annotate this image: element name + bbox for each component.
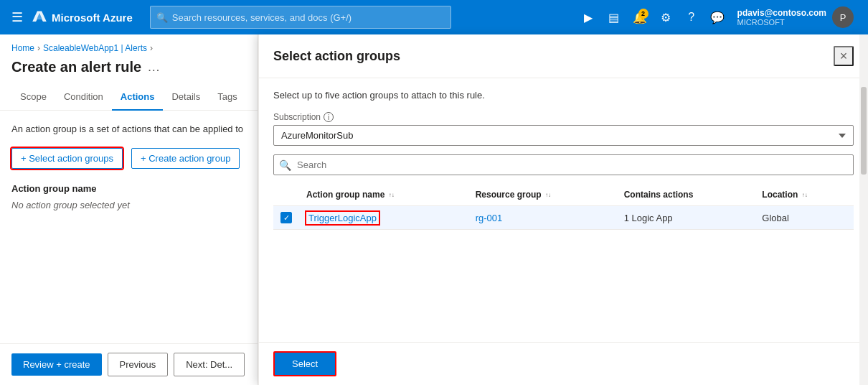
dialog-body: Select up to five action groups to attac…: [259, 78, 868, 342]
resource-group-link[interactable]: rg-001: [476, 213, 503, 223]
bottom-bar: Review + create Previous Next: Det...: [0, 343, 258, 385]
row-checkbox-checked: ✓: [280, 212, 292, 223]
review-create-button[interactable]: Review + create: [11, 353, 102, 376]
th-action-group-name: Action group name ↑↓: [299, 184, 468, 206]
dialog-title: Select action groups: [273, 49, 400, 64]
breadcrumb: Home › ScaleableWebApp1 | Alerts ›: [0, 34, 258, 56]
action-groups-table: Action group name ↑↓ Resource group ↑↓ C…: [273, 184, 854, 230]
th-location: Location ↑↓: [755, 184, 854, 206]
user-tenant: MICROSOFT: [737, 18, 826, 27]
notifications-icon[interactable]: 🔔 2: [628, 6, 651, 29]
page-title-row: Create an alert rule …: [0, 56, 258, 84]
row-contains-actions-cell: 1 Logic App: [617, 206, 755, 230]
th-contains-actions: Contains actions: [617, 184, 755, 206]
azure-icon: [32, 9, 47, 25]
info-text: An action group is a set of actions that…: [11, 122, 246, 136]
settings-icon[interactable]: ⚙: [654, 6, 677, 29]
action-buttons-row: + Select action groups + Create action g…: [11, 148, 246, 169]
feedback-icon[interactable]: 💬: [706, 6, 729, 29]
tab-condition[interactable]: Condition: [55, 84, 112, 111]
table-header-row: Action group name ↑↓ Resource group ↑↓ C…: [273, 184, 854, 206]
breadcrumb-home[interactable]: Home: [11, 43, 34, 53]
search-icon: 🔍: [279, 159, 291, 171]
more-options-icon[interactable]: …: [147, 60, 160, 75]
azure-logo: Microsoft Azure: [32, 9, 133, 25]
select-action-groups-dialog: Select action groups × Select up to five…: [258, 34, 868, 385]
dialog-header: Select action groups ×: [259, 34, 868, 78]
page-title: Create an alert rule: [11, 59, 141, 75]
no-selection-text: No action group selected yet: [11, 200, 246, 210]
dialog-subtitle: Select up to five action groups to attac…: [273, 90, 854, 101]
sort-arrows-loc[interactable]: ↑↓: [802, 192, 808, 198]
user-avatar: P: [832, 6, 854, 28]
directory-icon[interactable]: ▤: [603, 6, 626, 29]
dialog-scrollbar-thumb: [861, 87, 867, 175]
nav-icons-group: ▶ ▤ 🔔 2 ⚙ ? 💬 pdavis@contoso.com MICROSO…: [577, 6, 859, 29]
row-resource-group-cell: rg-001: [468, 206, 617, 230]
previous-button[interactable]: Previous: [108, 353, 169, 376]
actions-tab-content: An action group is a set of actions that…: [0, 111, 258, 343]
dialog-close-button[interactable]: ×: [834, 46, 854, 66]
tabs-bar: Scope Condition Actions Details Tags: [0, 84, 258, 111]
user-menu[interactable]: pdavis@contoso.com MICROSOFT P: [732, 6, 859, 28]
sort-arrows-name[interactable]: ↑↓: [389, 192, 395, 198]
row-location-cell: Global: [755, 206, 854, 230]
breadcrumb-resource[interactable]: ScaleableWebApp1 | Alerts: [43, 43, 147, 53]
row-checkbox-cell[interactable]: ✓: [273, 206, 299, 230]
main-layout: Home › ScaleableWebApp1 | Alerts › Creat…: [0, 34, 868, 385]
subscription-info-icon[interactable]: i: [324, 112, 334, 122]
th-resource-group: Resource group ↑↓: [468, 184, 617, 206]
dialog-footer: Select: [259, 342, 868, 385]
subscription-label: Subscription i: [273, 112, 854, 122]
azure-logo-text: Microsoft Azure: [52, 11, 133, 24]
sort-arrows-rg[interactable]: ↑↓: [545, 192, 551, 198]
top-navigation: ☰ Microsoft Azure 🔍 ▶ ▤ 🔔 2 ⚙ ? 💬 pdavis…: [0, 0, 868, 34]
left-panel: Home › ScaleableWebApp1 | Alerts › Creat…: [0, 34, 258, 385]
tab-tags[interactable]: Tags: [209, 84, 245, 111]
dialog-scrollbar[interactable]: [859, 34, 868, 385]
search-wrapper: 🔍: [273, 154, 854, 175]
global-search-bar[interactable]: 🔍: [150, 6, 451, 29]
subscription-dropdown[interactable]: AzureMonitorSub: [273, 125, 854, 146]
breadcrumb-sep2: ›: [150, 43, 153, 53]
breadcrumb-sep1: ›: [37, 43, 40, 53]
select-action-groups-button[interactable]: + Select action groups: [11, 148, 123, 169]
cloud-shell-icon[interactable]: ▶: [577, 6, 600, 29]
search-icon: 🔍: [156, 12, 168, 23]
tab-scope[interactable]: Scope: [11, 84, 55, 111]
create-action-group-button[interactable]: + Create action group: [131, 148, 240, 169]
user-email: pdavis@contoso.com: [737, 8, 826, 18]
notification-badge: 2: [638, 9, 648, 19]
next-button[interactable]: Next: Det...: [174, 353, 245, 376]
row-name-cell: TriggerLogicApp: [299, 206, 468, 230]
hamburger-menu-icon[interactable]: ☰: [9, 6, 26, 28]
help-icon[interactable]: ?: [680, 6, 703, 29]
checkbox-column-header: [273, 184, 299, 206]
action-group-name-label: Action group name: [11, 183, 246, 194]
action-group-search-input[interactable]: [273, 154, 854, 175]
tab-actions[interactable]: Actions: [112, 84, 164, 111]
action-group-name-link[interactable]: TriggerLogicApp: [306, 212, 379, 224]
tab-details[interactable]: Details: [163, 84, 209, 111]
table-row[interactable]: ✓ TriggerLogicApp rg-001 1 Logic App Glo…: [273, 206, 854, 230]
dialog-select-button[interactable]: Select: [273, 351, 336, 376]
global-search-input[interactable]: [172, 12, 445, 23]
